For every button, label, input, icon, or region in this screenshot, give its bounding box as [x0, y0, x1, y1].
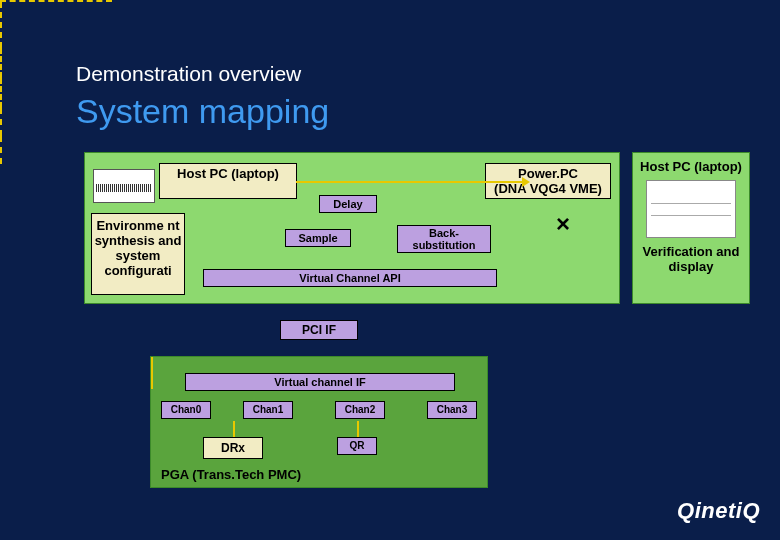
pga-label: PGA (Trans.Tech PMC) — [161, 467, 301, 482]
chan0-box: Chan0 — [161, 401, 211, 419]
chan1-box: Chan1 — [243, 401, 293, 419]
wire-pci-v2 — [0, 136, 2, 164]
qr-box: QR — [337, 437, 377, 455]
arrowhead-icon — [522, 177, 530, 187]
drx-box: DRx — [203, 437, 263, 459]
backsub-box: Back- substitution — [397, 225, 491, 253]
pci-if-box: PCI IF — [280, 320, 358, 340]
wire-ch2 — [151, 373, 153, 381]
sample-box: Sample — [285, 229, 351, 247]
right-host-pc-label: Host PC (laptop) — [633, 159, 749, 174]
wire-ch3 — [151, 381, 153, 389]
wire-dash-v — [0, 2, 2, 48]
heading-title: System mapping — [76, 92, 329, 131]
host-pc-box: Host PC (laptop) — [159, 163, 297, 199]
heading-overview: Demonstration overview — [76, 62, 301, 86]
chart-thumbnail — [646, 180, 736, 238]
x-mark-icon: × — [553, 215, 573, 235]
wire-ch0 — [151, 357, 153, 365]
signal-thumbnail — [93, 169, 155, 203]
bottom-green-panel: Virtual channel IF Chan0 Chan1 Chan2 Cha… — [150, 356, 488, 488]
wire-drx — [233, 421, 235, 437]
delay-box: Delay — [319, 195, 377, 213]
wire-dash-v2 — [0, 48, 2, 78]
virtual-channel-if-box: Virtual channel IF — [185, 373, 455, 391]
virtual-channel-api-box: Virtual Channel API — [203, 269, 497, 287]
verification-label: Verification and display — [633, 244, 749, 274]
brand-logo: QinetiQ — [677, 498, 760, 524]
right-green-panel: Host PC (laptop) Verification and displa… — [632, 152, 750, 304]
wire-qr — [357, 421, 359, 437]
chan3-box: Chan3 — [427, 401, 477, 419]
wire-dash-v3 — [0, 78, 2, 108]
environment-synthesis-box: Environme nt synthesis and system config… — [91, 213, 185, 295]
power-pc-line2: (DNA VQG4 VME) — [494, 181, 602, 196]
top-green-panel: Host PC (laptop) Power.PC (DNA VQG4 VME)… — [84, 152, 620, 304]
chan2-box: Chan2 — [335, 401, 385, 419]
wire-ch1 — [151, 365, 153, 373]
wire-pci-v — [0, 108, 2, 136]
wire-dash — [0, 0, 112, 2]
wire-top — [296, 181, 522, 183]
